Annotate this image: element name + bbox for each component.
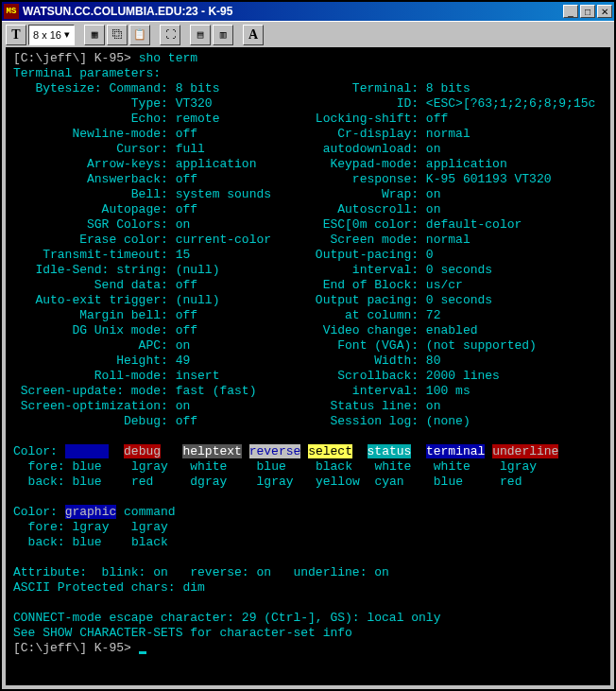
props1-icon[interactable]: ▤ — [190, 25, 211, 45]
param-row: Height: 49 Width: 80 — [13, 354, 603, 369]
attr-line: Attribute: blink: on reverse: on underli… — [13, 565, 603, 580]
param-row: DG Unix mode: off Video change: enabled — [13, 323, 603, 338]
param-row: Cursor: full autodownload: on — [13, 142, 603, 157]
param-row: Send data: off End of Block: us/cr — [13, 278, 603, 293]
back-row-1: back: blue red dgray lgray yellow cyan b… — [13, 475, 603, 490]
font-button[interactable]: T — [6, 25, 26, 45]
close-button[interactable]: ✕ — [597, 5, 612, 18]
terminal-area[interactable]: [C:\jeff\] K-95> sho term Terminal param… — [6, 47, 610, 685]
param-row: Erase color: current-color Screen mode: … — [13, 233, 603, 248]
props2-icon[interactable]: ▥ — [213, 25, 233, 45]
prompt: [C:\jeff\] K-95> — [13, 51, 131, 65]
param-row: Answerback: off response: K-95 601193 VT… — [13, 172, 603, 187]
font-size-selector[interactable]: 8 x 16 ▾ — [28, 25, 75, 45]
fore-row-2: fore: lgray lgray — [13, 520, 603, 535]
param-row: Roll-mode: insert Scrollback: 2000 lines — [13, 369, 603, 384]
param-row: Newline-mode: off Cr-display: normal — [13, 127, 603, 142]
param-row: Auto-exit trigger: (null) Output pacing:… — [13, 293, 603, 308]
resize-icon[interactable]: ⛶ — [160, 25, 180, 45]
param-row: Echo: remote Locking-shift: off — [13, 112, 603, 127]
param-row: SGR Colors: on ESC[0m color: default-col… — [13, 217, 603, 233]
param-row: Transmit-timeout: 15 Output-pacing: 0 — [13, 248, 603, 263]
titlebar: MS WATSUN.CC.COLUMBIA.EDU:23 - K-95 _ □ … — [2, 2, 614, 21]
param-row: Debug: off Session log: (none) — [13, 414, 603, 429]
maximize-button[interactable]: □ — [580, 5, 595, 18]
window-controls: _ □ ✕ — [563, 5, 612, 18]
ascii-line: ASCII Protected chars: dim — [13, 580, 603, 596]
param-row: Type: VT320 ID: <ESC>[?63;1;2;6;8;9;15c — [13, 96, 603, 112]
minimize-button[interactable]: _ — [563, 5, 578, 18]
color-row-1: Color: border debug helptext reverse sel… — [13, 444, 603, 459]
output-header: Terminal parameters: — [13, 66, 603, 81]
connect-line: CONNECT-mode escape character: 29 (Ctrl-… — [13, 611, 603, 626]
param-row: Autopage: off Autoscroll: on — [13, 202, 603, 217]
see-line: See SHOW CHARACTER-SETS for character-se… — [13, 626, 603, 641]
select-icon[interactable]: ▦ — [84, 25, 105, 45]
param-row: APC: on Font (VGA): (not supported) — [13, 338, 603, 354]
app-window: MS WATSUN.CC.COLUMBIA.EDU:23 - K-95 _ □ … — [0, 0, 616, 691]
params-block: Bytesize: Command: 8 bits Terminal: 8 bi… — [13, 81, 603, 429]
param-row: Screen-optimization: on Status line: on — [13, 399, 603, 414]
color-row-2: Color: graphic command — [13, 505, 603, 520]
window-title: WATSUN.CC.COLUMBIA.EDU:23 - K-95 — [23, 5, 563, 18]
paste-icon[interactable]: 📋 — [129, 25, 150, 45]
param-row: Margin bell: off at column: 72 — [13, 308, 603, 323]
param-row: Bell: system sounds Wrap: on — [13, 187, 603, 202]
back-row-2: back: blue black — [13, 535, 603, 550]
param-row: Bytesize: Command: 8 bits Terminal: 8 bi… — [13, 81, 603, 96]
toolbar: T 8 x 16 ▾ ▦ ⿻ 📋 ⛶ ▤ ▥ A — [2, 21, 614, 47]
param-row: Screen-update: mode: fast (fast) interva… — [13, 384, 603, 399]
param-row: Arrow-keys: application Keypad-mode: app… — [13, 157, 603, 172]
copy-icon[interactable]: ⿻ — [107, 25, 128, 45]
app-icon: MS — [4, 4, 19, 19]
param-row: Idle-Send: string: (null) interval: 0 se… — [13, 263, 603, 278]
fore-row-1: fore: blue lgray white blue black white … — [13, 459, 603, 475]
font-a-button[interactable]: A — [243, 25, 264, 45]
prompt-2: [C:\jeff\] K-95> — [13, 641, 131, 655]
cursor — [139, 651, 146, 654]
command-text: sho term — [139, 51, 197, 65]
